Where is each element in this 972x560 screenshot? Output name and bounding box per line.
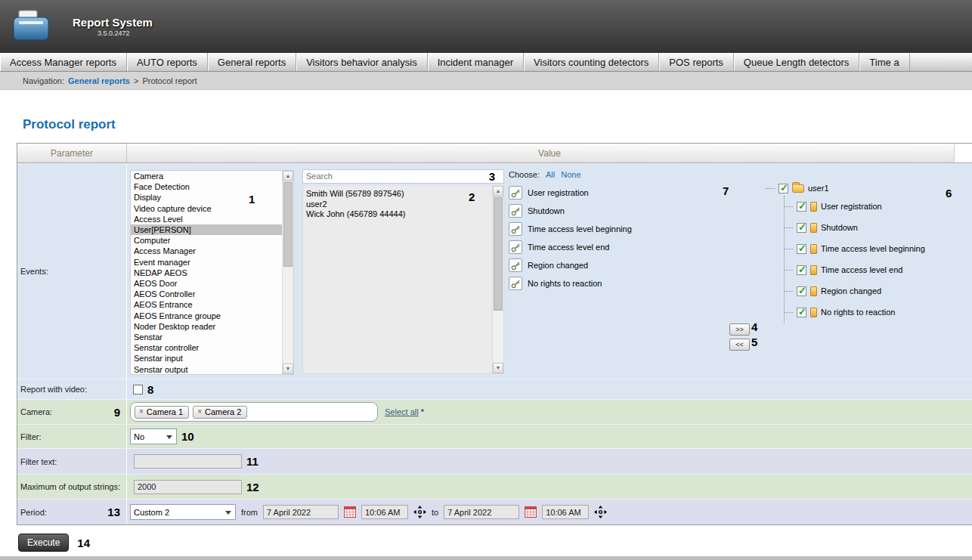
remove-tag-icon[interactable]: × xyxy=(197,407,202,416)
object-option[interactable]: user2 xyxy=(306,200,491,210)
event-type-option[interactable]: Event manager xyxy=(131,257,282,268)
filter-row: Filter: No 10 xyxy=(17,424,972,448)
scroll-down-icon[interactable]: ▼ xyxy=(493,363,503,373)
event-type-list[interactable]: ▲ ▼ Camera Face Detection Display Video … xyxy=(130,170,294,375)
event-type-option[interactable]: Senstar controller xyxy=(131,342,282,353)
event-type-option[interactable]: Face Detection xyxy=(131,181,282,192)
event-type-option[interactable]: AEOS Entrance groupe xyxy=(131,311,282,321)
menu-tab[interactable]: General reports xyxy=(208,53,296,71)
execute-button[interactable]: Execute xyxy=(18,534,69,552)
menu-tab[interactable]: Visitors behavior analysis xyxy=(296,53,427,71)
move-left-button[interactable]: << xyxy=(729,339,750,351)
menu-tab[interactable]: Visitors counting detectors xyxy=(524,53,659,71)
available-event-label: No rights to reaction xyxy=(528,279,602,288)
filter-text-input[interactable] xyxy=(134,454,242,469)
camera-tag[interactable]: × Camera 1 xyxy=(135,406,189,419)
tree-child-row[interactable]: No rights to reaction xyxy=(785,302,925,323)
tree-root-row[interactable]: user1 xyxy=(766,181,925,196)
camera-label-cell: Camera: 9 xyxy=(17,400,127,424)
select-all-link[interactable]: Select all xyxy=(385,407,419,416)
to-time-crosshair-icon[interactable] xyxy=(594,506,607,518)
scroll-thumb[interactable] xyxy=(283,182,293,267)
from-time-input[interactable] xyxy=(361,505,408,519)
event-type-option[interactable]: Senstar xyxy=(131,332,282,342)
scroll-up-icon[interactable]: ▲ xyxy=(283,171,293,181)
choose-none-link[interactable]: None xyxy=(561,170,580,179)
search-input[interactable] xyxy=(302,169,504,184)
tree-root-checkbox[interactable] xyxy=(779,184,788,193)
event-type-option[interactable]: Camera xyxy=(131,171,282,181)
menu-tab[interactable]: Time a xyxy=(859,53,909,71)
from-time-crosshair-icon[interactable] xyxy=(413,506,426,518)
menu-tab[interactable]: Incident manager xyxy=(428,53,524,71)
callout-14: 14 xyxy=(77,537,90,549)
menu-tab[interactable]: Queue Length detectors xyxy=(734,53,860,71)
event-type-option[interactable]: Senstar input xyxy=(131,353,282,364)
object-option[interactable]: Smith Will (56789 897546) xyxy=(306,189,491,200)
event-type-scrollbar[interactable]: ▲ ▼ xyxy=(282,171,293,374)
to-time-input[interactable] xyxy=(542,505,589,519)
period-preset-select[interactable]: Custom 2 xyxy=(130,504,236,520)
callout-6: 6 xyxy=(946,187,952,200)
event-type-option[interactable]: AEOS Entrance xyxy=(131,299,282,310)
camera-tag[interactable]: × Camera 2 xyxy=(193,406,247,419)
callout-3: 3 xyxy=(489,170,495,183)
tree-child-row[interactable]: Region changed xyxy=(785,280,925,302)
tree-child-row[interactable]: User registration xyxy=(785,196,925,217)
event-type-option[interactable]: Access Manager xyxy=(131,246,282,256)
tree-child-checkbox[interactable] xyxy=(797,244,806,254)
event-type-option[interactable]: AEOS Door xyxy=(131,278,282,289)
breadcrumb-link-general-reports[interactable]: General reports xyxy=(68,76,130,85)
scroll-up-icon[interactable]: ▲ xyxy=(493,186,503,196)
event-type-option[interactable]: Display xyxy=(131,192,282,203)
event-type-option[interactable]: User[PERSON] xyxy=(131,224,282,235)
object-list-scrollbar[interactable]: ▲ ▼ xyxy=(492,186,503,373)
tree-child-row[interactable]: Time access level end xyxy=(785,259,925,280)
selected-events-tree: user1 User registration xyxy=(766,181,925,323)
object-option[interactable]: Wick John (456789 44444) xyxy=(306,209,491,220)
to-calendar-icon[interactable] xyxy=(525,506,537,518)
move-right-button[interactable]: >> xyxy=(729,323,750,336)
footer-strip xyxy=(0,556,972,560)
available-event-item[interactable]: Shutdown xyxy=(509,202,632,220)
protocol-report-page: Report System 3.5.0.2472 Access Manager … xyxy=(0,0,972,560)
event-type-option[interactable]: AEOS Controller xyxy=(131,289,282,299)
menu-tab[interactable]: Access Manager reports xyxy=(0,53,127,71)
report-with-video-checkbox[interactable] xyxy=(133,385,143,394)
event-type-option[interactable]: Access Level xyxy=(131,214,282,224)
from-calendar-icon[interactable] xyxy=(344,506,356,518)
camera-tag-input[interactable]: × Camera 1 × Camera 2 xyxy=(130,402,378,422)
available-event-item[interactable]: No rights to reaction xyxy=(509,274,632,292)
period-label: Period: xyxy=(20,508,47,517)
menu-tab[interactable]: AUTO reports xyxy=(127,53,208,71)
available-event-item[interactable]: Time access level end xyxy=(509,238,632,256)
tree-child-checkbox[interactable] xyxy=(797,308,806,317)
max-strings-input[interactable] xyxy=(134,480,242,494)
available-event-item[interactable]: Time access level beginning xyxy=(509,220,632,238)
object-list[interactable]: ▲ ▼ Smith Will (56789 897546) user2 Wick… xyxy=(302,186,504,374)
available-event-item[interactable]: Region changed xyxy=(509,256,632,274)
callout-10: 10 xyxy=(181,430,194,443)
available-event-item[interactable]: User registration xyxy=(509,184,632,202)
tree-child-row[interactable]: Time access level beginning xyxy=(785,238,925,259)
event-type-option[interactable]: Senstar output xyxy=(131,364,282,375)
scroll-thumb[interactable] xyxy=(494,197,503,311)
event-type-option[interactable]: NEDAP AEOS xyxy=(131,268,282,278)
tree-child-checkbox[interactable] xyxy=(797,202,806,212)
menu-tab[interactable]: POS reports xyxy=(659,53,734,71)
choose-all-link[interactable]: All xyxy=(546,170,555,179)
scroll-down-icon[interactable]: ▼ xyxy=(283,364,293,374)
tree-child-checkbox[interactable] xyxy=(797,265,806,275)
tree-child-label: Time access level end xyxy=(821,265,902,274)
tree-child-checkbox[interactable] xyxy=(797,286,806,296)
camera-tag-label: Camera 2 xyxy=(205,407,241,416)
remove-tag-icon[interactable]: × xyxy=(139,407,144,416)
event-type-option[interactable]: Noder Desktop reader xyxy=(131,321,282,332)
event-type-option[interactable]: Computer xyxy=(131,235,282,246)
to-date-input[interactable] xyxy=(444,505,519,519)
from-date-input[interactable] xyxy=(263,505,339,519)
tree-child-row[interactable]: Shutdown xyxy=(785,217,925,238)
event-type-option[interactable]: Video capture device xyxy=(131,203,282,214)
tree-child-checkbox[interactable] xyxy=(797,223,806,233)
filter-select[interactable]: No xyxy=(130,429,177,444)
